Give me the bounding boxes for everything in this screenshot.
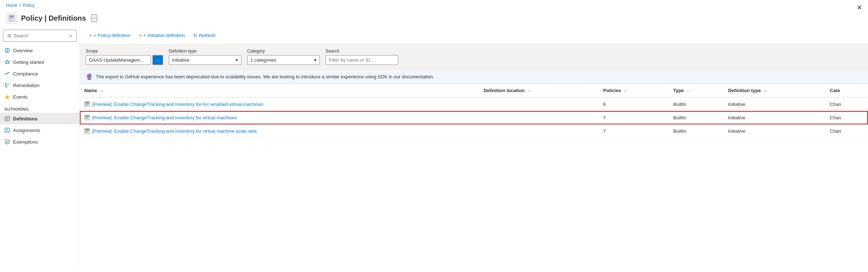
page-header: Policy | Definitions ··· [0,11,868,27]
sidebar-item-events[interactable]: Events [0,91,80,103]
sort-icon: ↑↓ [100,89,103,93]
add-initiative-icon: + [139,33,142,38]
sidebar-item-remediation[interactable]: Remediation [0,79,80,91]
sort-icon: ↑↓ [527,89,531,93]
sort-icon: ↑↓ [686,89,690,93]
cell-policies: 6 [599,97,669,111]
category-label: Category [247,49,320,54]
sidebar-item-exemptions[interactable]: Exemptions [0,136,80,148]
col-definition-location[interactable]: Definition location ↑↓ [479,84,599,97]
cell-type: BuiltIn [669,124,724,138]
svg-rect-27 [85,129,89,130]
svg-point-6 [5,48,9,53]
initiative-definition-label: + Initiative definition [143,33,185,38]
add-policy-icon: + [89,33,92,38]
row-name-link[interactable]: [Preview]: Enable ChangeTracking and Inv… [84,115,475,120]
sidebar-item-assignments[interactable]: Assignments [0,124,80,136]
definition-type-field: Definition type Initiative ▾ [169,49,241,65]
cell-name: [Preview]: Enable ChangeTracking and Inv… [80,124,479,138]
row-icon [84,101,90,107]
svg-point-7 [7,49,8,50]
svg-rect-12 [6,118,9,118]
sidebar-item-label: Overview [13,48,33,53]
svg-rect-23 [85,116,89,116]
definitions-table: Name ↑↓ Definition location ↑↓ Policies … [80,84,868,138]
authoring-section-label: Authoring [0,103,80,113]
cell-category: Chan [826,97,868,111]
row-name-text: [Preview]: Enable ChangeTracking and Inv… [92,102,263,107]
search-label: Search [326,49,398,54]
svg-rect-20 [85,104,89,104]
cell-definition-location [479,97,599,111]
col-type[interactable]: Type ↑↓ [669,84,724,97]
table-row: [Preview]: Enable ChangeTracking and Inv… [80,111,868,124]
initiative-definition-button[interactable]: + + Initiative definition [135,30,188,40]
table-header-row: Name ↑↓ Definition location ↑↓ Policies … [80,84,868,97]
name-search-input[interactable] [326,55,398,65]
policy-icon [8,15,15,21]
info-message: The export to GitHub experience has been… [96,74,434,79]
col-category[interactable]: Cate [826,84,868,97]
scope-row: OAAS-UpdateManagem... ··· [86,55,163,65]
col-policies[interactable]: Policies ↑↓ [599,84,669,97]
sidebar-item-label: Definitions [13,116,37,121]
exemptions-icon [4,139,10,145]
cell-type: BuiltIn [669,111,724,124]
sidebar-item-label: Remediation [13,83,40,88]
breadcrumb-separator: > [19,3,21,8]
table-container: Name ↑↓ Definition location ↑↓ Policies … [80,84,868,270]
definitions-icon [4,116,10,121]
category-value: 1 categories [250,57,276,63]
sidebar-search-container[interactable]: « [3,30,77,42]
close-button[interactable]: ✕ [857,4,862,12]
scope-dots-button[interactable]: ··· [152,55,163,65]
cell-category: Chan [826,111,868,124]
category-select[interactable]: 1 categories ▾ [247,55,320,65]
table-row: [Preview]: Enable ChangeTracking and Inv… [80,124,868,138]
svg-rect-8 [7,51,8,52]
refresh-icon: ↻ [193,33,197,38]
chevron-down-icon: ▾ [314,57,317,63]
col-definition-type[interactable]: Definition type ↑↓ [724,84,825,97]
page-icon [6,12,17,24]
cell-policies: 7 [599,124,669,138]
sidebar-item-label: Events [13,94,28,100]
definition-type-select[interactable]: Initiative ▾ [169,55,241,65]
row-name-text: [Preview]: Enable ChangeTracking and Inv… [92,115,237,120]
category-field: Category 1 categories ▾ [247,49,320,65]
col-name[interactable]: Name ↑↓ [80,84,479,97]
getting-started-icon [4,59,10,65]
filter-bar: Scope OAAS-UpdateManagem... ··· Definiti… [80,44,868,70]
sidebar-item-getting-started[interactable]: Getting started [0,56,80,68]
sidebar-item-definitions[interactable]: Definitions [0,113,80,124]
svg-rect-25 [85,118,88,119]
sidebar: « Overview Getting started [0,27,80,270]
row-name-link[interactable]: [Preview]: Enable ChangeTracking and Inv… [84,128,475,134]
sidebar-search-input[interactable] [13,33,67,38]
remediation-icon [4,82,10,88]
cell-definition-type: Initiative [724,111,825,124]
scope-input[interactable]: OAAS-UpdateManagem... [86,55,151,65]
sidebar-collapse-button[interactable]: « [69,33,72,38]
breadcrumb-policy[interactable]: Policy [23,3,34,8]
row-name-link[interactable]: [Preview]: Enable ChangeTracking and Inv… [84,101,475,107]
sidebar-item-overview[interactable]: Overview [0,45,80,56]
svg-rect-19 [85,102,89,103]
svg-point-16 [7,129,8,130]
scope-label: Scope [86,49,163,54]
content-area: + + Policy definition + + Initiative def… [80,27,868,270]
svg-rect-13 [6,119,9,119]
sidebar-item-label: Assignments [13,128,40,133]
page-title: Policy | Definitions [21,14,86,22]
toolbar: + + Policy definition + + Initiative def… [80,27,868,44]
refresh-button[interactable]: ↻ Refresh [190,30,219,40]
svg-point-4 [8,34,11,37]
cell-definition-location [479,124,599,138]
breadcrumb-home[interactable]: Home [6,3,17,8]
sidebar-item-compliance[interactable]: Compliance [0,68,80,79]
refresh-label: Refresh [199,33,216,38]
more-options-button[interactable]: ··· [91,14,97,22]
search-icon [8,34,11,38]
sort-icon: ↑↓ [624,89,627,93]
policy-definition-button[interactable]: + + Policy definition [86,30,134,40]
